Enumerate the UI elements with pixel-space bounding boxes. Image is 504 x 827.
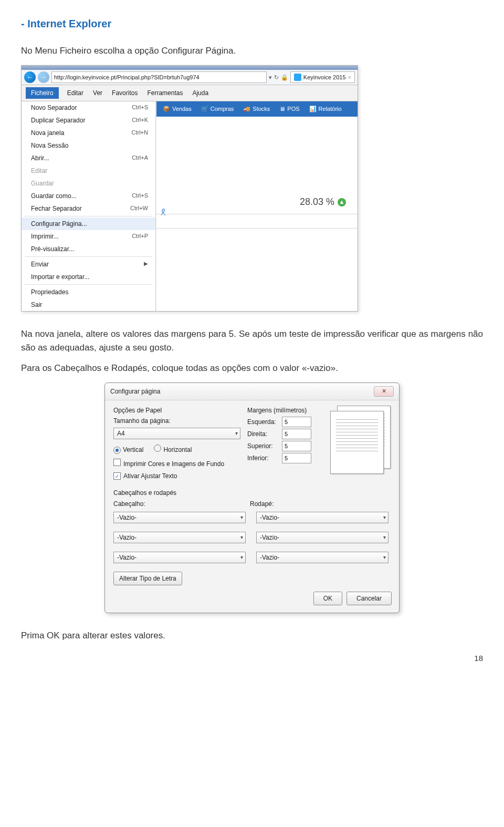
chevron-down-icon: ▾	[240, 513, 243, 521]
refresh-icon[interactable]: ↻	[274, 73, 279, 82]
menu-favoritos[interactable]: Favoritos	[111, 87, 139, 99]
margin-left-input[interactable]	[282, 417, 311, 427]
ok-button[interactable]: OK	[313, 592, 342, 605]
file-menu-item[interactable]: Enviar▶	[22, 258, 155, 271]
ie-screenshot: ← → http://login.keyinvoice.pt/Principal…	[21, 65, 358, 312]
headers-footers-section-label: Cabeçalhos e rodapés	[113, 488, 391, 498]
menu-item-label: Guardar como...	[31, 191, 77, 201]
nav-item-label: POS	[287, 105, 299, 113]
shrink-to-fit-checkbox[interactable]: ✓Ativar Ajustar Texto	[113, 471, 247, 481]
menu-item-shortcut: Ctrl+W	[130, 204, 148, 213]
nav-item[interactable]: 📦Vendas	[163, 105, 192, 113]
menu-ajuda[interactable]: Ajuda	[191, 87, 209, 99]
chevron-down-icon: ▾	[240, 553, 243, 561]
footer-select-2[interactable]: -Vazio-▾	[256, 532, 388, 543]
margin-right-label: Direita:	[247, 429, 279, 439]
nav-item[interactable]: 🚚Stocks	[243, 105, 270, 113]
footer-select-3[interactable]: -Vazio-▾	[256, 552, 388, 563]
file-menu-item[interactable]: Sair	[22, 298, 155, 311]
file-menu-item[interactable]: Importar e exportar...	[22, 271, 155, 283]
page-size-label: Tamanho da página:	[113, 416, 247, 426]
menu-item-shortcut: Ctrl+K	[132, 116, 148, 125]
search-dropdown-icon[interactable]: ▾	[269, 73, 272, 82]
browser-tab[interactable]: Keyinvoice 2015 ×	[290, 71, 355, 84]
margin-top-input[interactable]	[282, 441, 311, 451]
menu-item-label: Pré-visualizar...	[31, 244, 74, 254]
page-size-select[interactable]: A4▾	[113, 428, 240, 439]
lock-icon: 🔒	[281, 73, 288, 82]
paper-options-label: Opções de Papel	[113, 406, 247, 415]
tab-close-icon[interactable]: ×	[348, 73, 351, 82]
file-menu-item[interactable]: Novo SeparadorCtrl+S	[22, 101, 155, 114]
cancel-button[interactable]: Cancelar	[346, 592, 392, 605]
nav-item[interactable]: 🛒Compras	[201, 105, 234, 113]
address-bar-right: ▾ ↻ 🔒 Keyinvoice 2015 ×	[269, 71, 355, 84]
margins-section-label: Margens (milímetros)	[247, 406, 323, 415]
menu-item-label: Sair	[31, 300, 42, 309]
page-number: 18	[21, 653, 483, 665]
url-field[interactable]: http://login.keyinvoice.pt/Principal.php…	[51, 71, 267, 84]
page-content-area: 📦Vendas🛒Compras🚚Stocks🖥POS📊Relatório 28.…	[156, 101, 358, 311]
header-select-2[interactable]: -Vazio-▾	[113, 532, 246, 543]
menu-item-label: Propriedades	[31, 287, 68, 297]
file-menu-item[interactable]: Guardar como...Ctrl+S	[22, 190, 155, 202]
file-menu-item[interactable]: Nova Sessão	[22, 139, 155, 152]
menu-ficheiro[interactable]: Ficheiro	[26, 87, 59, 99]
margin-top-label: Superior:	[247, 441, 279, 451]
nav-item-icon: 📦	[163, 105, 170, 113]
menu-ver[interactable]: Ver	[92, 87, 103, 99]
forward-button[interactable]: →	[38, 71, 49, 83]
menu-item-shortcut: Ctrl+S	[132, 191, 148, 201]
chevron-down-icon: ▾	[383, 533, 386, 541]
menu-item-label: Enviar	[31, 260, 49, 269]
nav-item-icon: 🛒	[201, 105, 208, 113]
window-titlebar	[22, 66, 358, 70]
paragraph-2: Na nova janela, altere os valores das ma…	[21, 327, 483, 354]
dialog-title: Configurar página	[110, 387, 160, 396]
file-menu-item[interactable]: Duplicar SeparadorCtrl+K	[22, 114, 155, 127]
chevron-down-icon: ▾	[383, 513, 386, 521]
file-menu-item[interactable]: Propriedades	[22, 286, 155, 298]
header-select-1[interactable]: -Vazio-▾	[113, 512, 246, 523]
nav-item[interactable]: 📊Relatório	[309, 105, 342, 113]
file-menu-item[interactable]: Nova janelaCtrl+N	[22, 127, 155, 139]
margin-right-input[interactable]	[282, 429, 311, 439]
file-menu-item[interactable]: Fechar SeparadorCtrl+W	[22, 202, 155, 215]
percent-indicator: 28.03 % ▲	[300, 195, 346, 209]
nav-item[interactable]: 🖥POS	[279, 105, 299, 113]
nav-item-icon: 🖥	[279, 105, 285, 113]
menu-separator	[25, 284, 152, 285]
menu-ferramentas[interactable]: Ferramentas	[146, 87, 184, 99]
menu-editar[interactable]: Editar	[66, 87, 85, 99]
percent-value: 28.03 %	[300, 195, 334, 209]
chevron-down-icon: ▾	[240, 533, 243, 541]
menu-item-label: Abrir...	[31, 153, 49, 163]
print-background-checkbox[interactable]: Imprimir Cores e Imagens de Fundo	[113, 459, 247, 469]
dialog-close-button[interactable]: ✕	[374, 386, 394, 397]
back-button[interactable]: ←	[24, 71, 36, 83]
menu-item-label: Novo Separador	[31, 103, 77, 112]
margin-bottom-label: Inferior:	[247, 453, 279, 463]
margin-bottom-input[interactable]	[282, 453, 311, 463]
section-heading: - Internet Explorer	[21, 16, 483, 32]
file-menu-item[interactable]: Imprimir...Ctrl+P	[22, 230, 155, 243]
menu-item-shortcut: Ctrl+N	[132, 128, 148, 138]
footer-select-1[interactable]: -Vazio-▾	[256, 512, 388, 523]
header-label: Cabeçalho:	[113, 499, 239, 509]
file-menu-item[interactable]: Abrir...Ctrl+A	[22, 152, 155, 164]
file-menu-item[interactable]: Configurar Página...	[22, 218, 155, 230]
orientation-horizontal[interactable]: Horizontal	[154, 446, 192, 453]
file-menu-item: Editar	[22, 164, 155, 177]
paragraph-1: No Menu Ficheiro escolha a opção Configu…	[21, 44, 483, 58]
nav-item-label: Vendas	[172, 105, 192, 113]
change-font-button[interactable]: Alterar Tipo de Letra	[113, 572, 182, 585]
file-menu-item: Guardar	[22, 177, 155, 190]
tab-title: Keyinvoice 2015	[303, 73, 346, 82]
file-menu-item[interactable]: Pré-visualizar...	[22, 243, 155, 255]
menu-item-label: Imprimir...	[31, 232, 59, 241]
header-select-3[interactable]: -Vazio-▾	[113, 552, 246, 563]
dialog-titlebar: Configurar página ✕	[105, 383, 399, 400]
submenu-arrow-icon: ▶	[144, 260, 148, 269]
orientation-vertical[interactable]: Vertical	[113, 446, 143, 453]
menu-separator	[25, 256, 152, 257]
